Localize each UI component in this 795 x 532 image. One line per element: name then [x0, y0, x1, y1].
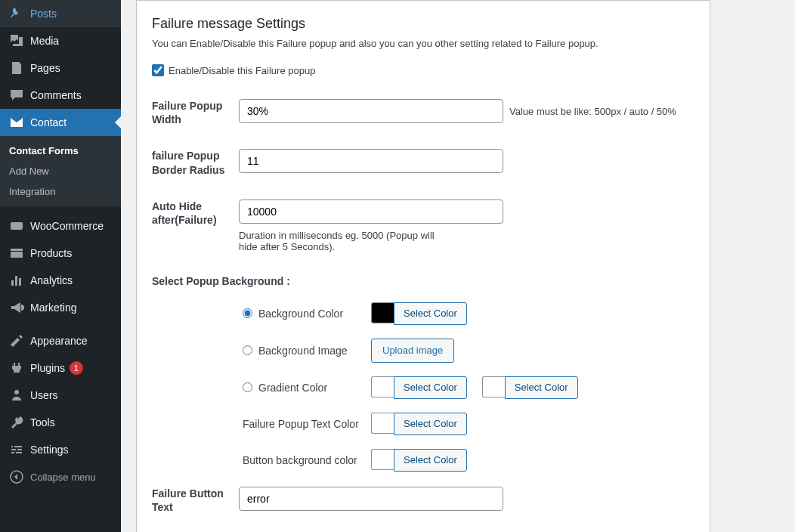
enable-checkbox[interactable]: [152, 64, 164, 76]
menu-label: Media: [30, 35, 59, 47]
menu-pages[interactable]: Pages: [0, 54, 121, 82]
menu-plugins[interactable]: Plugins 1: [0, 354, 121, 382]
enable-label: Enable/Disable this Failure popup: [169, 65, 315, 76]
users-icon: [9, 388, 24, 403]
menu-label: Users: [30, 389, 58, 401]
gradient-swatch-2[interactable]: [482, 376, 505, 397]
pages-icon: [9, 60, 24, 76]
page-title: Failure message Settings: [152, 16, 694, 32]
menu-label: Collapse menu: [30, 472, 96, 483]
menu-contact[interactable]: Contact: [0, 109, 121, 136]
admin-sidebar: Posts Media Pages Comments Contact Conta…: [0, 0, 121, 532]
autohide-label: Auto Hide after(Failure): [152, 200, 239, 227]
menu-label: WooCommerce: [30, 220, 104, 232]
button-text-input[interactable]: [239, 487, 503, 511]
upload-image-button[interactable]: Upload image: [371, 339, 454, 363]
gradient-radio[interactable]: [243, 382, 252, 392]
width-label: Failure Popup Width: [152, 99, 239, 126]
menu-label: Settings: [30, 444, 69, 456]
menu-analytics[interactable]: Analytics: [0, 267, 121, 294]
settings-icon: [9, 442, 24, 457]
bg-color-label: Background Color: [258, 308, 343, 320]
menu-label: Tools: [30, 416, 55, 428]
menu-media[interactable]: Media: [0, 27, 121, 54]
menu-marketing[interactable]: Marketing: [0, 294, 121, 321]
width-input[interactable]: [239, 99, 503, 123]
text-color-swatch[interactable]: [371, 413, 394, 434]
menu-label: Products: [30, 247, 72, 259]
bg-image-label: Background Image: [258, 345, 348, 357]
button-bg-label: Button background color: [243, 454, 357, 466]
button-text-label: Failure Button Text: [152, 487, 239, 514]
autohide-input[interactable]: [239, 200, 503, 224]
menu-label: Marketing: [30, 302, 76, 314]
menu-label: Plugins: [30, 362, 65, 374]
bg-section-title: Select Popup Background :: [152, 275, 694, 287]
menu-comments[interactable]: Comments: [0, 82, 121, 109]
analytics-icon: [9, 273, 24, 288]
menu-collapse[interactable]: Collapse menu: [0, 463, 121, 490]
svg-point-1: [14, 390, 19, 394]
gradient-select-color-1[interactable]: Select Color: [394, 376, 467, 399]
bg-select-color-button[interactable]: Select Color: [394, 302, 467, 325]
menu-tools[interactable]: Tools: [0, 409, 121, 436]
width-hint: Value must be like: 500px / auto / 50%: [509, 106, 676, 117]
page-description: You can Enable/Disable this Failure popu…: [152, 38, 694, 49]
plugins-icon: [9, 360, 24, 376]
menu-label: Contact: [30, 116, 67, 128]
submenu-contact-forms[interactable]: Contact Forms: [0, 141, 121, 161]
comments-icon: [9, 88, 24, 103]
text-select-color-button[interactable]: Select Color: [394, 413, 467, 435]
media-icon: [9, 33, 24, 48]
appearance-icon: [9, 333, 24, 348]
menu-woocommerce[interactable]: WooCommerce: [0, 212, 121, 240]
menu-settings[interactable]: Settings: [0, 436, 121, 463]
gradient-swatch-1[interactable]: [371, 376, 394, 397]
bg-color-swatch[interactable]: [371, 302, 394, 323]
submenu-contact: Contact Forms Add New Integration: [0, 136, 121, 206]
menu-label: Posts: [30, 8, 57, 20]
submenu-integration[interactable]: Integration: [0, 181, 121, 202]
submenu-add-new[interactable]: Add New: [0, 161, 121, 181]
menu-label: Appearance: [30, 335, 88, 347]
menu-appearance[interactable]: Appearance: [0, 327, 121, 354]
menu-products[interactable]: Products: [0, 240, 121, 267]
mail-icon: [9, 115, 24, 130]
settings-panel: Failure message Settings You can Enable/…: [136, 0, 710, 532]
bg-color-radio[interactable]: [243, 308, 252, 318]
woo-icon: [9, 218, 24, 234]
menu-label: Pages: [30, 62, 60, 74]
products-icon: [9, 246, 24, 261]
gradient-select-color-2[interactable]: Select Color: [505, 376, 578, 399]
menu-posts[interactable]: Posts: [0, 0, 121, 27]
pin-icon: [9, 6, 24, 21]
plugins-badge: 1: [70, 361, 83, 375]
main-content: Failure message Settings You can Enable/…: [121, 0, 795, 532]
svg-rect-0: [11, 222, 23, 230]
text-color-label: Failure Popup Text Color: [243, 418, 359, 430]
collapse-icon: [9, 469, 24, 484]
button-bg-select-color[interactable]: Select Color: [394, 449, 467, 472]
radius-input[interactable]: [239, 149, 503, 173]
marketing-icon: [9, 300, 24, 315]
button-bg-swatch[interactable]: [371, 449, 394, 470]
autohide-hint: Duration in milliseconds eg. 5000 (Popup…: [239, 230, 435, 252]
tools-icon: [9, 415, 24, 430]
menu-users[interactable]: Users: [0, 382, 121, 409]
bg-image-radio[interactable]: [243, 345, 252, 355]
menu-label: Comments: [30, 89, 82, 101]
radius-label: failure Popup Border Radius: [152, 149, 239, 176]
menu-label: Analytics: [30, 274, 73, 286]
gradient-label: Gradient Color: [258, 382, 327, 394]
